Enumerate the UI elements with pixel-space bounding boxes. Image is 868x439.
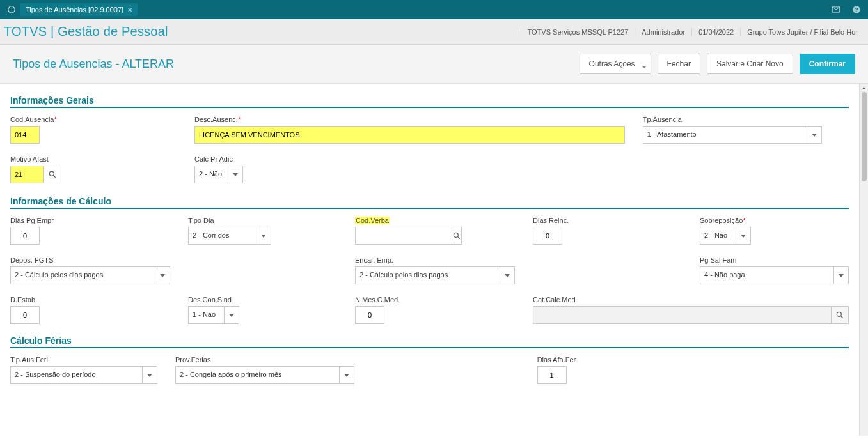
label-tip-aus-feri: Tip.Aus.Feri — [10, 356, 157, 364]
svg-point-4 — [454, 233, 458, 237]
tip-aus-feri-select[interactable]: 2 - Suspensão do período — [10, 366, 157, 384]
form-content: Informações Gerais Cod.Ausencia Desc.Aus… — [0, 84, 859, 436]
label-depos-fgts: Depos. FGTS — [10, 256, 170, 264]
label-dias-pg-empr: Dias Pg Empr — [10, 217, 170, 224]
cod-ausencia-input[interactable] — [10, 126, 40, 144]
tab-label: Tipos de Ausências [02.9.0007] — [26, 6, 123, 13]
label-cod-verba: Cod.Verba — [355, 217, 390, 224]
mail-icon[interactable] — [830, 3, 842, 16]
date-info: 01/04/2022 — [691, 28, 740, 36]
label-encar-emp: Encar. Emp. — [355, 256, 515, 264]
user-info: Administrador — [635, 28, 691, 36]
chevron-down-icon[interactable] — [155, 266, 170, 284]
chevron-down-icon[interactable] — [807, 126, 822, 144]
label-cod-ausencia: Cod.Ausencia — [10, 116, 177, 123]
close-icon[interactable]: ✕ — [127, 6, 132, 13]
scroll-up-icon[interactable]: ▲ — [862, 85, 867, 91]
label-sobreposicao: Sobreposição — [700, 217, 849, 224]
salvar-criar-novo-button[interactable]: Salvar e Criar Novo — [707, 54, 793, 74]
help-icon[interactable]: ? — [850, 3, 863, 16]
depos-fgts-select[interactable]: 2 - Cálculo pelos dias pagos — [10, 266, 170, 284]
calc-pr-adic-select[interactable]: 2 - Não — [194, 166, 243, 183]
label-d-estab: D.Estab. — [10, 296, 170, 304]
label-tp-ausencia: Tp.Ausencia — [643, 116, 849, 123]
dias-pg-empr-input[interactable] — [10, 227, 40, 245]
chevron-down-icon[interactable] — [224, 306, 239, 324]
chevron-down-icon[interactable] — [142, 366, 157, 384]
section-informacoes-calculo: Informações de Cálculo — [10, 196, 849, 209]
svg-point-5 — [837, 312, 841, 316]
des-con-sind-select[interactable]: 1 - Nao — [188, 306, 239, 324]
section-informacoes-gerais: Informações Gerais — [10, 95, 849, 108]
chevron-down-icon[interactable] — [833, 266, 849, 284]
sobreposicao-select[interactable]: 2 - Não — [700, 227, 751, 245]
search-icon[interactable] — [831, 306, 849, 324]
label-dias-reinc: Dias Reinc. — [533, 217, 682, 224]
brand-title: TOTVS | Gestão de Pessoal — [4, 24, 168, 39]
tipo-dia-select[interactable]: 2 - Corridos — [188, 227, 271, 245]
page-title: Tipos de Ausencias - ALTERAR — [13, 58, 174, 71]
n-mes-c-med-input[interactable] — [355, 306, 384, 324]
tab-tipos-ausencias[interactable]: Tipos de Ausências [02.9.0007] ✕ — [20, 3, 138, 16]
d-estab-input[interactable] — [10, 306, 40, 324]
motivo-afast-input[interactable] — [10, 166, 43, 183]
label-calc-pr-adic: Calc Pr Adic — [194, 155, 400, 163]
pg-sal-fam-select[interactable]: 4 - Não paga — [700, 266, 849, 284]
vertical-scrollbar[interactable]: ▲ — [859, 84, 868, 436]
app-menu-icon[interactable] — [5, 3, 18, 16]
label-motivo-afast: Motivo Afast — [10, 155, 177, 163]
fechar-button[interactable]: Fechar — [658, 54, 700, 74]
tp-ausencia-select[interactable]: 1 - Afastamento — [643, 126, 822, 144]
title-bar: Tipos de Ausências [02.9.0007] ✕ ? — [0, 0, 868, 19]
prov-ferias-select[interactable]: 2 - Congela após o primeiro mês — [175, 366, 354, 384]
svg-text:?: ? — [855, 7, 858, 13]
cod-verba-input[interactable] — [355, 227, 452, 245]
chevron-down-icon[interactable] — [500, 266, 515, 284]
label-des-con-sind: Des.Con.Sind — [188, 296, 337, 304]
encar-emp-select[interactable]: 2 - Cálculo pelos dias pagos — [355, 266, 515, 284]
server-info: TOTVS Serviços MSSQL P1227 — [521, 28, 635, 36]
chevron-down-icon[interactable] — [228, 166, 243, 183]
label-pg-sal-fam: Pg Sal Fam — [700, 256, 849, 264]
label-tipo-dia: Tipo Dia — [188, 217, 337, 224]
chevron-down-icon[interactable] — [256, 227, 271, 245]
confirmar-button[interactable]: Confirmar — [800, 54, 855, 74]
search-icon[interactable] — [43, 166, 61, 183]
label-n-mes-c-med: N.Mes.C.Med. — [355, 296, 515, 304]
desc-ausenc-input[interactable] — [194, 126, 625, 144]
outras-acoes-button[interactable]: Outras Ações — [580, 54, 651, 74]
label-desc-ausenc: Desc.Ausenc. — [194, 116, 625, 123]
scroll-thumb[interactable] — [862, 92, 867, 181]
chevron-down-icon[interactable] — [339, 366, 354, 384]
dias-afa-fer-input[interactable] — [537, 366, 567, 384]
label-prov-ferias: Prov.Ferias — [175, 356, 354, 364]
chevron-down-icon[interactable] — [736, 227, 751, 245]
app-header: TOTVS | Gestão de Pessoal TOTVS Serviços… — [0, 19, 868, 45]
svg-point-3 — [49, 171, 54, 176]
dias-reinc-input[interactable] — [533, 227, 562, 245]
group-info: Grupo Totvs Jupiter / Filial Belo Hor — [740, 28, 864, 36]
section-calculo-ferias: Cálculo Férias — [10, 335, 849, 348]
label-dias-afa-fer: Dias Afa.Fer — [537, 356, 684, 364]
label-cat-calc-med: Cat.Calc.Med — [533, 296, 849, 304]
cat-calc-med-input[interactable] — [533, 306, 831, 324]
page-subheader: Tipos de Ausencias - ALTERAR Outras Açõe… — [0, 45, 868, 84]
search-icon[interactable] — [452, 227, 462, 245]
